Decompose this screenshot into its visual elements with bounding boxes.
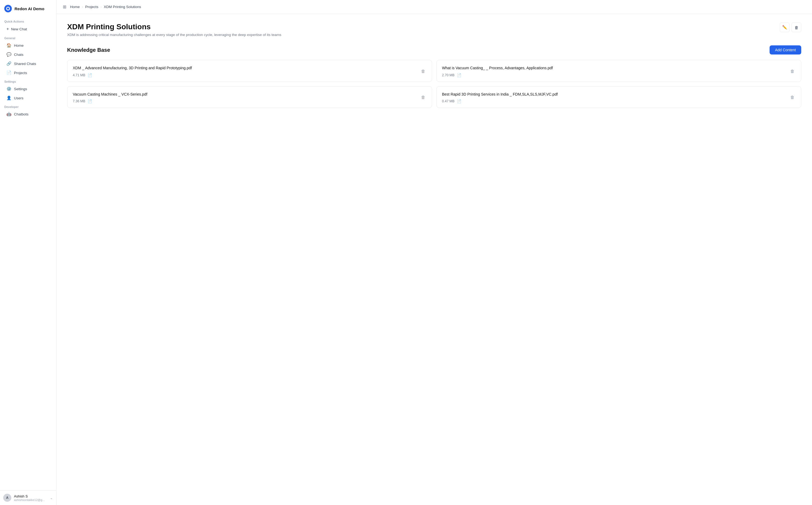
content-area: XDM Printing Solutions XDM is addressing… bbox=[56, 14, 812, 505]
app-logo-icon bbox=[4, 5, 12, 12]
sidebar-item-label: Shared Chats bbox=[14, 62, 36, 66]
sidebar-item-label: Users bbox=[14, 96, 23, 100]
user-name: Ashish S bbox=[14, 494, 47, 498]
breadcrumb-sep-1: › bbox=[82, 5, 83, 9]
file-meta-2: 2.70 MB 📄 bbox=[442, 73, 786, 77]
user-profile[interactable]: A Ashish S ashishsontakke12@g... ⌄ bbox=[0, 490, 56, 505]
file-card-4: Best Rapid 3D Printing Services in India… bbox=[436, 86, 801, 108]
project-info: XDM Printing Solutions XDM is addressing… bbox=[67, 23, 281, 37]
chevron-down-icon: ⌄ bbox=[50, 496, 53, 500]
sidebar-item-chats[interactable]: 💬 Chats bbox=[2, 50, 54, 59]
users-icon: 👤 bbox=[6, 96, 11, 101]
new-chat-button[interactable]: + New Chat bbox=[2, 25, 54, 33]
edit-icon: ✏️ bbox=[782, 25, 787, 30]
file-info-4: Best Rapid 3D Printing Services in India… bbox=[442, 92, 786, 104]
file-card-1: XDM _ Advanced Manufacturing, 3D Printin… bbox=[67, 60, 432, 82]
settings-icon: ⚙️ bbox=[6, 87, 11, 91]
file-name-2: What is Vacuum Casting_ _ Process, Advan… bbox=[442, 65, 786, 71]
home-icon: 🏠 bbox=[6, 43, 11, 48]
project-actions: ✏️ 🗑 bbox=[780, 23, 801, 32]
knowledge-base-header: Knowledge Base Add Content bbox=[67, 45, 801, 54]
breadcrumb-sep-2: › bbox=[101, 5, 102, 9]
sidebar-item-users[interactable]: 👤 Users bbox=[2, 94, 54, 102]
settings-label: Settings bbox=[0, 77, 56, 84]
app-title: Redon AI Demo bbox=[14, 6, 44, 11]
delete-project-button[interactable]: 🗑 bbox=[792, 23, 801, 32]
file-delete-button-3[interactable]: 🗑 bbox=[420, 94, 427, 101]
project-description: XDM is addressing critical manufacturing… bbox=[67, 33, 281, 37]
sidebar-item-label: Settings bbox=[14, 87, 27, 91]
file-meta-1: 4.71 MB 📄 bbox=[73, 73, 417, 77]
shared-chats-icon: 🔗 bbox=[6, 61, 11, 66]
breadcrumb-current: XDM Printing Solutions bbox=[104, 5, 141, 9]
file-icon-1: 📄 bbox=[88, 73, 92, 77]
file-card-2: What is Vacuum Casting_ _ Process, Advan… bbox=[436, 60, 801, 82]
project-header: XDM Printing Solutions XDM is addressing… bbox=[67, 23, 801, 37]
file-size-1: 4.71 MB bbox=[73, 73, 86, 77]
file-name-1: XDM _ Advanced Manufacturing, 3D Printin… bbox=[73, 65, 417, 71]
delete-icon: 🗑 bbox=[795, 25, 799, 30]
file-info-2: What is Vacuum Casting_ _ Process, Advan… bbox=[442, 65, 786, 77]
add-content-button[interactable]: Add Content bbox=[770, 45, 801, 54]
sidebar-item-label: Home bbox=[14, 43, 24, 47]
chatbots-icon: 🤖 bbox=[6, 112, 11, 117]
file-name-4: Best Rapid 3D Printing Services in India… bbox=[442, 92, 786, 97]
chats-icon: 💬 bbox=[6, 52, 11, 57]
file-delete-button-1[interactable]: 🗑 bbox=[420, 68, 427, 75]
file-info-1: XDM _ Advanced Manufacturing, 3D Printin… bbox=[73, 65, 417, 77]
sidebar-item-shared-chats[interactable]: 🔗 Shared Chats bbox=[2, 59, 54, 68]
sidebar-item-label: Chats bbox=[14, 53, 23, 57]
sidebar-item-projects[interactable]: 📄 Projects bbox=[2, 68, 54, 77]
file-size-4: 0.47 MB bbox=[442, 99, 455, 103]
file-icon-2: 📄 bbox=[457, 73, 461, 77]
knowledge-base-title: Knowledge Base bbox=[67, 47, 110, 53]
new-chat-label: New Chat bbox=[11, 27, 27, 31]
user-email: ashishsontakke12@g... bbox=[14, 498, 47, 502]
app-logo-inner bbox=[6, 7, 10, 10]
file-delete-button-2[interactable]: 🗑 bbox=[789, 68, 796, 75]
sidebar-item-settings[interactable]: ⚙️ Settings bbox=[2, 85, 54, 93]
topbar: ⊞ Home › Projects › XDM Printing Solutio… bbox=[56, 0, 812, 14]
files-grid: XDM _ Advanced Manufacturing, 3D Printin… bbox=[67, 60, 801, 108]
file-meta-3: 7.36 MB 📄 bbox=[73, 99, 417, 103]
main-content: ⊞ Home › Projects › XDM Printing Solutio… bbox=[56, 0, 812, 505]
sidebar-item-chatbots[interactable]: 🤖 Chatbots bbox=[2, 110, 54, 118]
sidebar-toggle-button[interactable]: ⊞ bbox=[63, 4, 66, 9]
file-name-3: Vacuum Casting Machines _ VCX-Series.pdf bbox=[73, 92, 417, 97]
file-meta-4: 0.47 MB 📄 bbox=[442, 99, 786, 103]
file-info-3: Vacuum Casting Machines _ VCX-Series.pdf… bbox=[73, 92, 417, 104]
quick-actions-label: Quick Actions bbox=[0, 17, 56, 24]
avatar: A bbox=[3, 494, 11, 502]
edit-project-button[interactable]: ✏️ bbox=[780, 23, 789, 32]
file-size-2: 2.70 MB bbox=[442, 73, 455, 77]
plus-icon: + bbox=[6, 27, 9, 31]
sidebar-logo: Redon AI Demo bbox=[0, 0, 56, 17]
sidebar: Redon AI Demo Quick Actions + New Chat G… bbox=[0, 0, 56, 505]
sidebar-item-home[interactable]: 🏠 Home bbox=[2, 41, 54, 50]
sidebar-item-label: Projects bbox=[14, 71, 27, 75]
file-icon-4: 📄 bbox=[457, 99, 461, 103]
breadcrumb-projects[interactable]: Projects bbox=[85, 5, 98, 9]
breadcrumb-home[interactable]: Home bbox=[70, 5, 80, 9]
developer-label: Developer bbox=[0, 103, 56, 110]
file-size-3: 7.36 MB bbox=[73, 99, 86, 103]
user-info: Ashish S ashishsontakke12@g... bbox=[14, 494, 47, 502]
projects-icon: 📄 bbox=[6, 70, 11, 75]
project-title: XDM Printing Solutions bbox=[67, 23, 281, 31]
general-label: General bbox=[0, 34, 56, 41]
file-icon-3: 📄 bbox=[88, 99, 92, 103]
file-delete-button-4[interactable]: 🗑 bbox=[789, 94, 796, 101]
sidebar-item-label: Chatbots bbox=[14, 112, 28, 116]
file-card-3: Vacuum Casting Machines _ VCX-Series.pdf… bbox=[67, 86, 432, 108]
